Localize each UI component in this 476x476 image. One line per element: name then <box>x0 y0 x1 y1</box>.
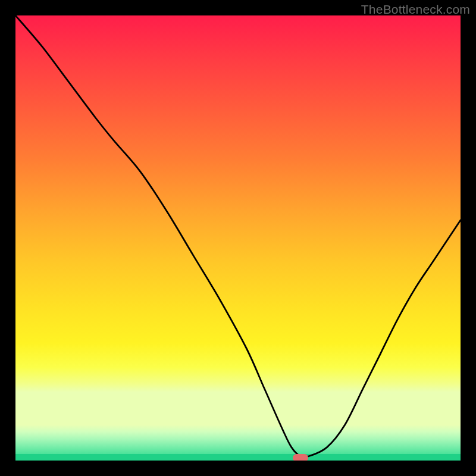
plot-area <box>15 15 461 461</box>
watermark-label: TheBottleneck.com <box>361 2 470 17</box>
optimum-marker <box>293 454 308 461</box>
chart-frame: TheBottleneck.com <box>0 0 476 476</box>
bottleneck-curve-path <box>15 15 461 457</box>
curve-svg <box>15 15 461 461</box>
